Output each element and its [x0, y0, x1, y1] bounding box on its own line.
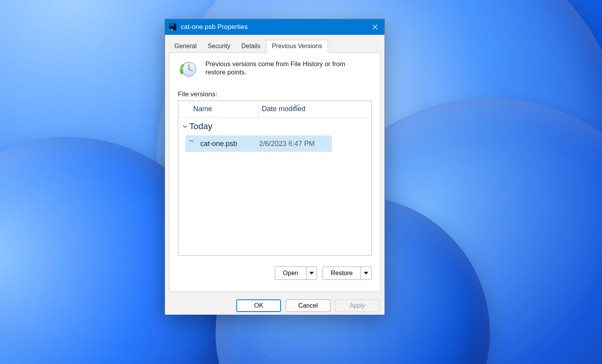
column-header-date-modified[interactable]: Date modified	[258, 101, 338, 117]
desktop-wallpaper: cat-one.psb Properties General Security …	[0, 0, 602, 364]
properties-dialog: cat-one.psb Properties General Security …	[165, 19, 385, 313]
restore-dropdown-button[interactable]	[361, 267, 371, 279]
group-header-today[interactable]: Today	[178, 117, 371, 135]
restore-split-button: Restore	[323, 267, 372, 280]
ok-button[interactable]: OK	[236, 299, 281, 312]
group-collapse-icon[interactable]	[181, 122, 189, 131]
file-type-icon	[189, 139, 197, 148]
tab-details[interactable]: Details	[236, 40, 266, 52]
tab-previous-versions[interactable]: Previous Versions	[266, 40, 328, 53]
dialog-footer: OK Cancel Apply	[165, 297, 384, 315]
info-text: Previous versions come from File History…	[205, 60, 354, 76]
version-file-name: cat-one.psb	[200, 140, 259, 148]
group-label: Today	[189, 121, 212, 132]
apply-button: Apply	[335, 299, 380, 312]
file-versions-label: File versions:	[178, 90, 372, 98]
versions-list[interactable]: Name Date modified Today	[178, 101, 372, 256]
sort-indicator-icon	[293, 101, 301, 103]
open-button[interactable]: Open	[275, 267, 306, 279]
window-title: cat-one.psb Properties	[181, 23, 366, 31]
version-row[interactable]: cat-one.psb 2/6/2023 6:47 PM	[185, 135, 332, 152]
open-dropdown-button[interactable]	[306, 267, 317, 279]
close-button[interactable]	[366, 19, 384, 35]
tab-strip: General Security Details Previous Versio…	[165, 35, 384, 52]
file-history-icon	[178, 60, 198, 79]
restore-button[interactable]: Restore	[323, 267, 361, 279]
column-header-name[interactable]: Name	[178, 101, 258, 117]
version-date-modified: 2/6/2023 6:47 PM	[259, 140, 315, 148]
file-type-icon	[169, 23, 177, 31]
tab-general[interactable]: General	[169, 40, 202, 52]
cancel-button[interactable]: Cancel	[286, 299, 330, 312]
tab-security[interactable]: Security	[202, 40, 236, 52]
open-split-button: Open	[275, 267, 317, 280]
tab-panel-previous-versions: Previous versions come from File History…	[169, 52, 381, 292]
titlebar[interactable]: cat-one.psb Properties	[165, 19, 384, 35]
